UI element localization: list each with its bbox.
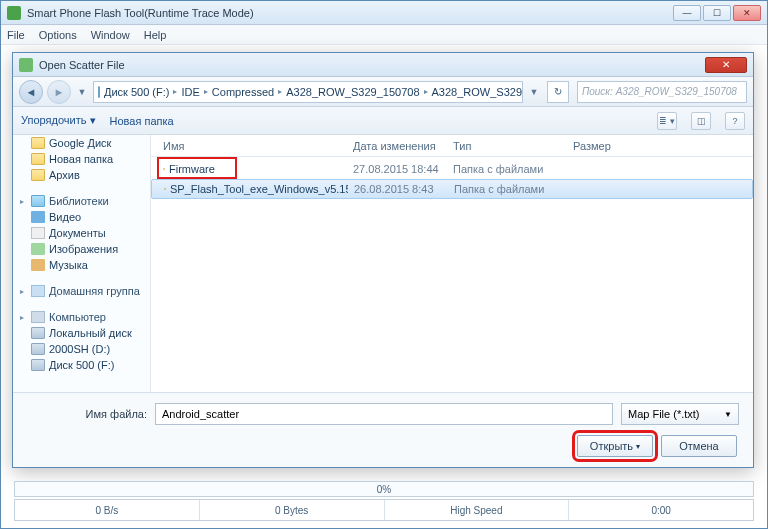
sidebar-computer[interactable]: ▸Компьютер [13, 309, 150, 325]
sidebar-item[interactable]: Локальный диск [13, 325, 150, 341]
file-type: Папка с файлами [448, 183, 568, 195]
app-icon [7, 6, 21, 20]
menu-help[interactable]: Help [144, 29, 167, 41]
dialog-title: Open Scatter File [39, 59, 125, 71]
status-row: 0 B/s 0 Bytes High Speed 0:00 [14, 499, 754, 521]
app-maximize-button[interactable]: ☐ [703, 5, 731, 21]
nav-back-button[interactable]: ◄ [19, 80, 43, 104]
dialog-titlebar: Open Scatter File ✕ [13, 53, 753, 77]
app-close-button[interactable]: ✕ [733, 5, 761, 21]
sidebar-libraries[interactable]: ▸Библиотеки [13, 193, 150, 209]
highlight-firmware [157, 157, 237, 179]
dialog-navbar: ◄ ► ▼ Диск 500 (F:)▸ IDE▸ Compressed▸ A3… [13, 77, 753, 107]
crumb-4[interactable]: A328_ROW_S329_150708 [432, 82, 523, 102]
crumb-0[interactable]: Диск 500 (F:) [104, 82, 169, 102]
cancel-button[interactable]: Отмена [661, 435, 737, 457]
status-mode: High Speed [385, 500, 570, 520]
sidebar: Google Диск Новая папка Архив ▸Библиотек… [13, 135, 151, 392]
open-button[interactable]: Открыть ▾ [577, 435, 653, 457]
menu-file[interactable]: File [7, 29, 25, 41]
sidebar-item[interactable]: 2000SH (D:) [13, 341, 150, 357]
menu-window[interactable]: Window [91, 29, 130, 41]
sidebar-item[interactable]: Google Диск [13, 135, 150, 151]
search-placeholder: Поиск: A328_ROW_S329_150708 [582, 86, 737, 97]
breadcrumb-bar[interactable]: Диск 500 (F:)▸ IDE▸ Compressed▸ A328_ROW… [93, 81, 523, 103]
menu-options[interactable]: Options [39, 29, 77, 41]
file-type: Папка с файлами [447, 163, 567, 175]
app-minimize-button[interactable]: — [673, 5, 701, 21]
search-input[interactable]: Поиск: A328_ROW_S329_150708 [577, 81, 747, 103]
sidebar-item[interactable]: Видео [13, 209, 150, 225]
organize-menu[interactable]: Упорядочить ▾ [21, 114, 96, 127]
folder-icon [164, 188, 166, 190]
status-speed: 0 B/s [15, 500, 200, 520]
crumb-2[interactable]: Compressed [212, 82, 274, 102]
filetype-dropdown[interactable]: Map File (*.txt)▼ [621, 403, 739, 425]
sidebar-item[interactable]: Новая папка [13, 151, 150, 167]
breadcrumb-dropdown[interactable]: ▼ [527, 80, 541, 104]
filename-input[interactable] [155, 403, 613, 425]
open-file-dialog: Open Scatter File ✕ ◄ ► ▼ Диск 500 (F:)▸… [12, 52, 754, 468]
crumb-3[interactable]: A328_ROW_S329_150708 [286, 82, 419, 102]
dialog-footer: Имя файла: Map File (*.txt)▼ Открыть ▾ О… [13, 392, 753, 467]
nav-forward-button[interactable]: ► [47, 80, 71, 104]
filename-label: Имя файла: [27, 408, 147, 420]
col-date[interactable]: Дата изменения [347, 140, 447, 152]
dialog-toolbar: Упорядочить ▾ Новая папка ≣ ▾ ◫ ? [13, 107, 753, 135]
crumb-1[interactable]: IDE [181, 82, 199, 102]
dialog-icon [19, 58, 33, 72]
progress-bar: 0% [14, 481, 754, 497]
status-area: 0% 0 B/s 0 Bytes High Speed 0:00 [14, 481, 754, 523]
col-size[interactable]: Размер [567, 140, 647, 152]
new-folder-button[interactable]: Новая папка [110, 115, 174, 127]
sidebar-item[interactable]: Диск 500 (F:) [13, 357, 150, 373]
nav-history-dropdown[interactable]: ▼ [75, 80, 89, 104]
col-type[interactable]: Тип [447, 140, 567, 152]
status-bytes: 0 Bytes [200, 500, 385, 520]
sidebar-item[interactable]: Музыка [13, 257, 150, 273]
file-list: Имя Дата изменения Тип Размер Firmware 2… [151, 135, 753, 392]
preview-pane-button[interactable]: ◫ [691, 112, 711, 130]
file-row[interactable]: Firmware 27.08.2015 18:44 Папка с файлам… [151, 159, 753, 179]
file-list-header: Имя Дата изменения Тип Размер [151, 135, 753, 157]
sidebar-item[interactable]: Документы [13, 225, 150, 241]
sidebar-item[interactable]: Изображения [13, 241, 150, 257]
file-row[interactable]: SP_Flash_Tool_exe_Windows_v5.1520.00....… [151, 179, 753, 199]
dialog-body: Google Диск Новая папка Архив ▸Библиотек… [13, 135, 753, 392]
file-date: 27.08.2015 18:44 [347, 163, 447, 175]
dialog-close-button[interactable]: ✕ [705, 57, 747, 73]
app-menubar: File Options Window Help [1, 25, 767, 45]
view-mode-button[interactable]: ≣ ▾ [657, 112, 677, 130]
drive-icon [98, 86, 100, 98]
refresh-button[interactable]: ↻ [547, 81, 569, 103]
file-date: 26.08.2015 8:43 [348, 183, 448, 195]
help-button[interactable]: ? [725, 112, 745, 130]
col-name[interactable]: Имя [157, 140, 347, 152]
sidebar-item[interactable]: Архив [13, 167, 150, 183]
sidebar-homegroup[interactable]: ▸Домашняя группа [13, 283, 150, 299]
status-time: 0:00 [569, 500, 753, 520]
app-titlebar: Smart Phone Flash Tool(Runtime Trace Mod… [1, 1, 767, 25]
file-name: SP_Flash_Tool_exe_Windows_v5.1520.00.... [158, 183, 348, 195]
app-title: Smart Phone Flash Tool(Runtime Trace Mod… [27, 7, 254, 19]
